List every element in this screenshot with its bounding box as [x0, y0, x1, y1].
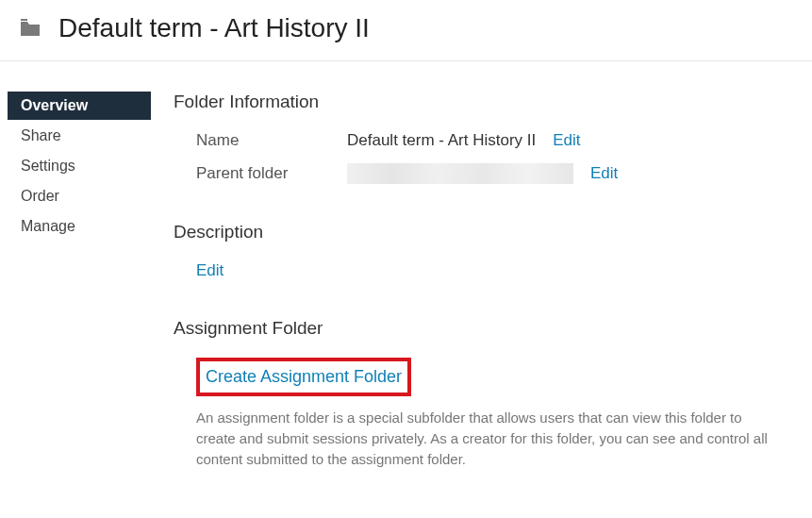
folder-info-heading: Folder Information	[174, 92, 784, 112]
sidebar: Overview Share Settings Order Manage	[0, 92, 151, 469]
assignment-link-wrap: Create Assignment Folder	[174, 358, 784, 396]
folder-name-row: Name Default term - Art History II Edit	[174, 131, 784, 150]
parent-folder-label: Parent folder	[196, 164, 347, 183]
sidebar-item-settings[interactable]: Settings	[8, 152, 151, 180]
page-header: Default term - Art History II	[0, 0, 812, 61]
sidebar-item-manage[interactable]: Manage	[8, 212, 151, 241]
page-title: Default term - Art History II	[58, 13, 370, 43]
description-edit-wrap: Edit	[174, 261, 784, 280]
content-area: Overview Share Settings Order Manage Fol…	[0, 61, 812, 469]
assignment-help-text: An assignment folder is a special subfol…	[174, 408, 768, 469]
sidebar-item-order[interactable]: Order	[8, 182, 151, 210]
sidebar-item-share[interactable]: Share	[8, 122, 151, 150]
folder-name-value: Default term - Art History II	[347, 131, 536, 150]
edit-description-link[interactable]: Edit	[196, 261, 224, 279]
parent-folder-value-redacted	[347, 163, 573, 184]
assignment-heading: Assignment Folder	[174, 318, 784, 339]
folder-icon	[19, 19, 41, 38]
folder-name-label: Name	[196, 131, 347, 150]
edit-name-link[interactable]: Edit	[553, 131, 580, 150]
parent-folder-row: Parent folder Edit	[174, 163, 784, 184]
edit-parent-link[interactable]: Edit	[590, 164, 618, 183]
main-panel: Folder Information Name Default term - A…	[151, 92, 812, 469]
create-assignment-folder-link[interactable]: Create Assignment Folder	[196, 358, 411, 396]
description-heading: Description	[174, 222, 784, 242]
sidebar-item-overview[interactable]: Overview	[8, 92, 151, 120]
